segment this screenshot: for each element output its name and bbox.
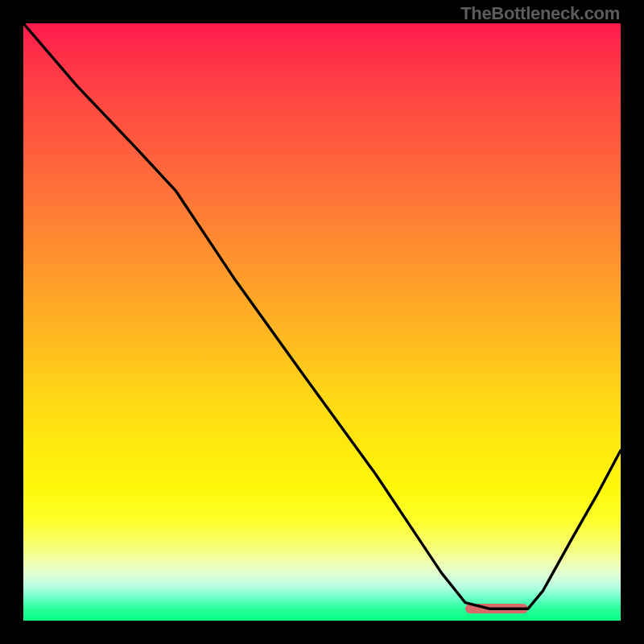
attribution-watermark: TheBottleneck.com	[460, 3, 620, 24]
plot-area	[23, 23, 621, 621]
bottleneck-curve	[23, 23, 621, 621]
chart-frame: TheBottleneck.com	[0, 0, 644, 644]
